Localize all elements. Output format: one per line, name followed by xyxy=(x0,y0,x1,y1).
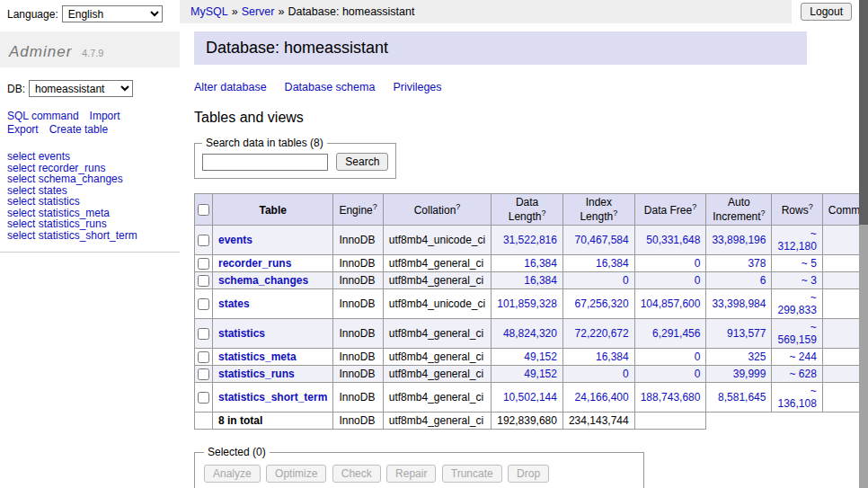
table-name-link[interactable]: events xyxy=(218,234,252,246)
table-name-link[interactable]: statistics_meta xyxy=(218,350,297,363)
index-length-link[interactable]: 67,256,320 xyxy=(575,297,629,310)
index-length-link[interactable]: 0 xyxy=(623,368,629,380)
row-checkbox[interactable] xyxy=(198,298,209,310)
search-input[interactable] xyxy=(202,154,328,171)
auto-increment-link[interactable]: 913,577 xyxy=(727,327,766,340)
rows-count-link[interactable]: ~ 569,159 xyxy=(777,321,816,346)
data-free-link[interactable]: 188,743,680 xyxy=(641,391,701,404)
table-name-link[interactable]: statistics_short_term xyxy=(218,391,327,404)
table-name-link[interactable]: statistics xyxy=(218,327,265,340)
table-name-link[interactable]: states xyxy=(218,297,250,310)
index-length-link[interactable]: 0 xyxy=(623,274,629,287)
sidebar-link-sql-command[interactable]: SQL command xyxy=(7,110,79,122)
sidebar-link-export[interactable]: Export xyxy=(7,123,39,136)
row-checkbox[interactable] xyxy=(198,275,209,287)
logout-button[interactable]: Logout xyxy=(801,3,852,21)
table-name-link[interactable]: schema_changes xyxy=(218,274,308,287)
sidebar-item-select-statistics[interactable]: select statistics xyxy=(7,196,173,208)
rows-count-link[interactable]: ~ 312,180 xyxy=(777,227,816,253)
column-header-auto-increment[interactable]: Auto Increment? xyxy=(706,194,772,226)
data-length-link[interactable]: 16,384 xyxy=(524,257,557,270)
index-length-link[interactable]: 24,166,400 xyxy=(575,391,629,404)
data-length-link[interactable]: 101,859,328 xyxy=(497,297,557,310)
data-length-link[interactable]: 49,152 xyxy=(524,350,557,363)
data-length-link[interactable]: 16,384 xyxy=(524,274,557,287)
alter-database-link[interactable]: Alter database xyxy=(194,81,267,93)
data-free-link[interactable]: 104,857,600 xyxy=(641,297,701,310)
auto-increment-link[interactable]: 6 xyxy=(760,274,766,287)
sidebar-item-select-schema-changes[interactable]: select schema_changes xyxy=(7,173,173,185)
table-row: recorder_runs InnoDB utf8mb4_general_ci … xyxy=(195,255,868,272)
data-length-link[interactable]: 48,824,320 xyxy=(503,327,557,340)
database-schema-link[interactable]: Database schema xyxy=(285,81,376,93)
data-free-link[interactable]: 0 xyxy=(695,368,701,380)
column-header-engine[interactable]: Engine? xyxy=(333,194,383,226)
sidebar-item-select-statistics-runs[interactable]: select statistics_runs xyxy=(7,218,173,230)
vertical-scrollbar[interactable] xyxy=(859,0,868,488)
column-header-index-length[interactable]: Index Length? xyxy=(562,194,634,226)
auto-increment-link[interactable]: 39,999 xyxy=(733,368,766,380)
data-length-link[interactable]: 31,522,816 xyxy=(503,234,557,246)
rows-count-link[interactable]: ~ 299,833 xyxy=(777,291,816,316)
optimize-button: Optimize xyxy=(266,465,326,483)
table-name-link[interactable]: recorder_runs xyxy=(218,257,291,270)
data-free-link[interactable]: 6,291,456 xyxy=(652,327,700,340)
db-select[interactable]: homeassistant xyxy=(29,80,133,97)
row-checkbox[interactable] xyxy=(198,351,209,363)
breadcrumb-server-link[interactable]: Server xyxy=(242,5,275,18)
rows-count-link[interactable]: ~ 244 xyxy=(789,350,816,363)
auto-increment-link[interactable]: 33,398,984 xyxy=(712,297,766,310)
column-header-rows[interactable]: Rows? xyxy=(772,194,822,226)
breadcrumb-mysql-link[interactable]: MySQL xyxy=(190,5,228,18)
sidebar-item-select-events[interactable]: select events xyxy=(7,151,173,163)
data-free-link[interactable]: 50,331,648 xyxy=(646,234,700,246)
check-button: Check xyxy=(332,465,381,483)
total-index-length: 234,143,744 xyxy=(562,413,634,430)
auto-increment-link[interactable]: 33,898,196 xyxy=(712,234,766,246)
row-checkbox[interactable] xyxy=(198,368,209,380)
sidebar-link-create-table[interactable]: Create table xyxy=(49,123,108,136)
table-header-row: Table Engine? Collation? Data Length? In… xyxy=(195,194,868,226)
collation-cell: utf8mb4_general_ci xyxy=(383,272,491,289)
auto-increment-link[interactable]: 8,581,645 xyxy=(718,391,766,404)
index-length-link[interactable]: 70,467,584 xyxy=(575,234,629,246)
index-length-link[interactable]: 16,384 xyxy=(596,257,629,270)
row-checkbox[interactable] xyxy=(198,392,209,404)
rows-count-link[interactable]: ~ 628 xyxy=(789,368,816,380)
row-checkbox[interactable] xyxy=(198,328,209,340)
row-checkbox[interactable] xyxy=(198,258,209,270)
column-header-data-free[interactable]: Data Free? xyxy=(634,194,706,226)
search-button[interactable]: Search xyxy=(336,153,388,171)
db-label: DB: xyxy=(7,83,25,95)
privileges-link[interactable]: Privileges xyxy=(393,81,441,93)
selected-legend: Selected (0) xyxy=(204,446,270,458)
data-free-link[interactable]: 0 xyxy=(695,274,701,287)
column-header-table[interactable]: Table xyxy=(213,194,333,226)
sidebar-link-import[interactable]: Import xyxy=(90,110,120,122)
row-checkbox[interactable] xyxy=(198,235,209,246)
data-free-link[interactable]: 0 xyxy=(695,257,701,270)
rows-count-link[interactable]: ~ 5 xyxy=(802,257,817,270)
select-all-checkbox[interactable] xyxy=(198,204,209,216)
index-length-link[interactable]: 16,384 xyxy=(596,350,629,363)
data-length-link[interactable]: 10,502,144 xyxy=(503,391,557,404)
table-name-link[interactable]: statistics_runs xyxy=(218,368,295,380)
search-legend: Search data in tables (8) xyxy=(202,137,327,149)
column-header-data-length[interactable]: Data Length? xyxy=(492,194,563,226)
auto-increment-link[interactable]: 378 xyxy=(748,257,766,270)
analyze-button: Analyze xyxy=(204,465,261,483)
data-length-link[interactable]: 49,152 xyxy=(524,368,557,380)
rows-count-link[interactable]: ~ 136,108 xyxy=(777,385,816,410)
data-free-link[interactable]: 0 xyxy=(695,350,701,363)
sidebar-item-select-statistics-short-term[interactable]: select statistics_short_term xyxy=(7,230,173,242)
engine-cell: InnoDB xyxy=(333,272,383,289)
auto-increment-link[interactable]: 325 xyxy=(748,350,766,363)
index-length-link[interactable]: 72,220,672 xyxy=(575,327,629,340)
language-select[interactable]: English xyxy=(62,5,163,22)
collation-cell: utf8mb4_general_ci xyxy=(383,366,491,383)
engine-cell: InnoDB xyxy=(333,319,383,349)
column-header-collation[interactable]: Collation? xyxy=(383,194,491,226)
rows-count-link[interactable]: ~ 3 xyxy=(802,274,817,287)
scrollbar-thumb[interactable] xyxy=(859,0,868,225)
sidebar: Language:English Adminer 4.7.9 DB:homeas… xyxy=(0,0,180,488)
